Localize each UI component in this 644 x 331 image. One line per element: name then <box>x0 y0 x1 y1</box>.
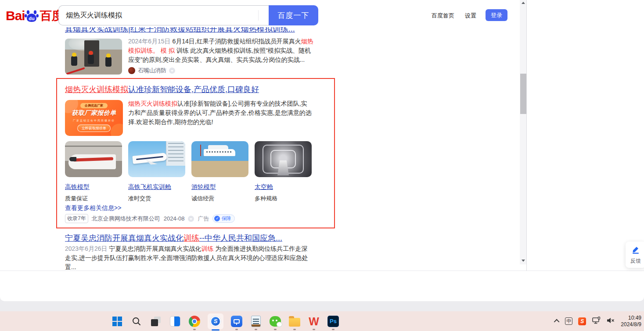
firefighters-image <box>65 39 122 75</box>
result1-date: 2024年6月15日 <box>128 38 171 45</box>
feedback-label: 反馈 <box>626 257 644 265</box>
indexed-years-badge: 收录7年 <box>65 214 88 223</box>
product-card[interactable]: 高铁飞机实训舱 准时交货 <box>128 141 186 203</box>
tray-chevron-up-icon[interactable] <box>554 319 560 325</box>
logo-du-text: du <box>29 16 34 21</box>
ad-red-outline-box: 烟热灭火训练模拟认准珍新智能设备,产品优质,口碑良好 企腾优选厂家 获取厂家报价… <box>56 78 335 228</box>
nav-settings[interactable]: 设置 <box>465 12 476 20</box>
result3-snippet: 2023年6月26日 宁夏吴忠消防开展真烟真火实战化训练 为全面推进执勤岗位练兵… <box>65 244 313 271</box>
result1-source: 石嘴山消防 <box>138 67 166 75</box>
search-separator <box>258 10 259 21</box>
space-capsule-image[interactable] <box>255 141 312 177</box>
scrollbar-thumb[interactable] <box>520 74 526 114</box>
ad-company: 北京企腾网络技术有限公司 <box>92 215 160 223</box>
ad-description: 烟热灭火训练模拟认准[珍新智能设备],公司拥有专业的技术团队,实力和产品质量获得… <box>128 99 312 127</box>
product-link[interactable]: 太空舱 <box>255 183 313 191</box>
task-view-icon[interactable] <box>150 315 162 327</box>
source-avatar <box>128 67 135 74</box>
file-explorer-icon[interactable] <box>288 315 301 327</box>
feedback-button[interactable]: 反馈 <box>626 242 644 268</box>
product-tag: 诚信经营 <box>191 195 249 203</box>
airplane-cabin-image[interactable] <box>128 141 185 177</box>
windows-taskbar: S W Ps 中 S 10:49 2024/8/9 <box>0 311 644 331</box>
search-box: ✕ 百度一下 <box>58 5 318 25</box>
baozhang-badge[interactable]: ✓ 保障 <box>212 214 235 223</box>
see-more-link[interactable]: 查看更多相关信息>> <box>65 204 121 212</box>
result3-date: 2023年6月26日 <box>65 245 108 252</box>
ad-title-highlight: 烟热灭火训练模拟 <box>65 85 128 94</box>
ad-label: 广告 <box>198 215 209 223</box>
cast-monitor-icon[interactable] <box>592 317 601 326</box>
scroll-up-arrow[interactable] <box>522 2 525 4</box>
chevron-down-icon[interactable] <box>169 68 175 74</box>
system-tray: 中 S 10:49 2024/8/9 <box>555 311 641 331</box>
baidu-paw-icon: du <box>24 8 39 23</box>
viewport-bottom-line <box>0 270 644 271</box>
windows-start-icon[interactable] <box>111 315 123 327</box>
train-model-image[interactable] <box>65 141 122 177</box>
product-card[interactable]: 太空舱 多种规格 <box>255 141 313 203</box>
result3-title[interactable]: 宁夏吴忠消防开展真烟真火实战化训练--中华人民共和国应急... <box>65 233 282 243</box>
sogou-browser-icon-active[interactable]: S <box>208 313 223 329</box>
product-tag: 准时交货 <box>128 195 186 203</box>
result1-snippet: 2024年6月15日 6月14日,红果子消防救援站组织指战员开展真火烟热模拟训练… <box>128 37 313 64</box>
banner-headline: 获取厂家报价单 <box>65 109 123 117</box>
photoshop-icon[interactable]: Ps <box>327 315 339 327</box>
taskbar-clock[interactable]: 10:49 2024/8/9 <box>621 315 641 328</box>
banner-subline: 厂家直销没有中间商赚差价 <box>65 119 123 123</box>
product-card[interactable]: 高铁模型 质量保证 <box>65 141 123 203</box>
pencil-icon <box>631 245 640 254</box>
product-link[interactable]: 高铁模型 <box>65 183 123 191</box>
ad-date: 2024-08 <box>164 215 185 222</box>
notepad-icon[interactable] <box>250 315 262 327</box>
chevron-down-icon[interactable] <box>188 216 194 222</box>
volume-muted-icon[interactable] <box>606 317 615 326</box>
widgets-icon[interactable] <box>169 315 181 327</box>
clock-time: 10:49 <box>628 315 641 321</box>
product-link[interactable]: 游轮模型 <box>191 183 249 191</box>
browser-window: 真烟真火实战训练|红果子消防救援站组织开展真火烟热模拟训练... 2024年6月… <box>0 0 644 301</box>
pc-manager-icon[interactable] <box>230 315 243 327</box>
ad-title-link[interactable]: 烟热灭火训练模拟认准珍新智能设备,产品优质,口碑良好 <box>65 84 259 95</box>
baidu-search-button[interactable]: 百度一下 <box>269 5 318 25</box>
wechat-icon[interactable] <box>269 315 281 327</box>
result1-thumbnail[interactable] <box>65 39 122 75</box>
product-link[interactable]: 高铁飞机实训舱 <box>128 183 186 191</box>
product-card[interactable]: 游轮模型 诚信经营 <box>191 141 249 203</box>
clock-date: 2024/8/9 <box>621 321 641 327</box>
search-header: Bai du 百度 ✕ <box>0 0 527 27</box>
result1-source-row: 石嘴山消防 <box>128 67 175 75</box>
page-scrollbar[interactable] <box>520 0 527 264</box>
taskbar-icons: S W Ps <box>111 311 339 331</box>
wps-office-icon[interactable]: W <box>308 315 320 327</box>
ad-banner-image[interactable]: 企腾优选厂家 获取厂家报价单 厂家直销没有中间商赚差价 立即获取报价单 <box>65 100 123 136</box>
chrome-icon[interactable] <box>188 315 201 327</box>
banner-pill: 企腾优选厂家 <box>80 103 108 108</box>
nav-baidu-home[interactable]: 百度首页 <box>432 12 454 20</box>
search-results-page: 真烟真火实战训练|红果子消防救援站组织开展真火烟热模拟训练... 2024年6月… <box>0 0 527 271</box>
sogou-input-icon[interactable]: S <box>578 317 586 325</box>
scrollbar-edge <box>526 0 527 271</box>
ad-footer: 收录7年 北京企腾网络技术有限公司 2024-08 广告 ✓ 保障 <box>65 214 235 223</box>
ime-indicator-icon[interactable]: 中 <box>565 317 572 325</box>
cruise-ship-image[interactable] <box>191 141 248 177</box>
search-input[interactable] <box>58 5 269 25</box>
product-tag: 多种规格 <box>255 195 313 203</box>
scroll-down-arrow[interactable] <box>522 260 525 262</box>
login-button[interactable]: 登录 <box>486 9 507 21</box>
search-icon[interactable] <box>130 315 143 327</box>
product-tag: 质量保证 <box>65 195 123 203</box>
check-icon: ✓ <box>214 216 220 221</box>
screen: 真烟真火实战训练|红果子消防救援站组织开展真火烟热模拟训练... 2024年6月… <box>0 0 644 331</box>
baidu-logo[interactable]: Bai du 百度 <box>6 8 64 24</box>
banner-cta-button[interactable]: 立即获取报价单 <box>77 125 111 132</box>
